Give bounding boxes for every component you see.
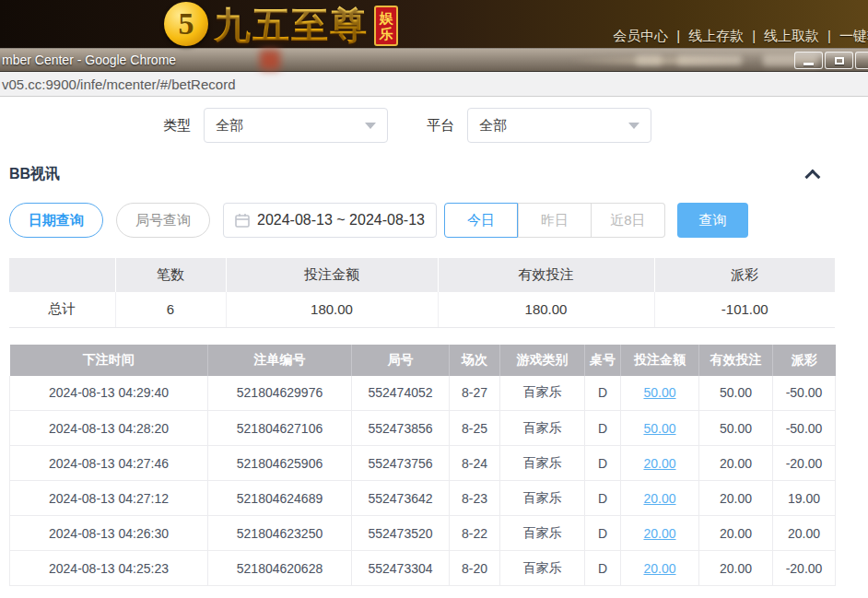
cell: 19.00: [773, 481, 836, 516]
cell: 2024-08-13 04:27:46: [10, 446, 208, 481]
collapse-chevron-up-icon[interactable]: [804, 169, 820, 184]
cell: 百家乐: [500, 446, 585, 481]
type-filter-label: 类型: [163, 117, 191, 135]
cell: 50.00: [621, 376, 699, 411]
cell: 552473304: [352, 551, 450, 586]
detail-column-header: 派彩: [773, 345, 836, 376]
cell: 2024-08-13 04:29:40: [10, 376, 208, 411]
cell: 552473520: [352, 516, 450, 551]
page-content: 类型 全部 平台 全部 BB视讯 日期查询 局号查询 2024-08-13 ~ …: [0, 108, 868, 586]
date-range-value: 2024-08-13 ~ 2024-08-13: [257, 212, 425, 229]
summary-total-value: 180.00: [438, 292, 654, 327]
today-button[interactable]: 今日: [444, 203, 518, 238]
cell: 521804624689: [208, 481, 352, 516]
summary-column-header: 派彩: [654, 258, 835, 292]
cell: 百家乐: [500, 551, 585, 586]
cell: 20.00: [699, 551, 773, 586]
cell: D: [585, 481, 621, 516]
last-8-days-button[interactable]: 近8日: [592, 203, 665, 238]
cell: 8-24: [450, 446, 500, 481]
table-row: 2024-08-13 04:29:40521804629976552474052…: [10, 376, 836, 411]
top-nav: 会员中心|线上存款|线上取款|一键转: [613, 28, 868, 45]
chevron-down-icon: [365, 123, 376, 129]
nav-separator: |: [752, 28, 756, 43]
filter-row: 类型 全部 平台 全部: [9, 108, 859, 143]
nav-one-key-transfer[interactable]: 一键转: [839, 28, 868, 43]
bet-amount-link[interactable]: 20.00: [643, 561, 675, 576]
badge-char: 乐: [380, 26, 393, 41]
summary-total-value: 180.00: [226, 292, 438, 327]
cell: 20.00: [699, 516, 773, 551]
summary-header-row: 笔数投注金额有效投注派彩: [9, 258, 835, 292]
cell: 8-27: [450, 376, 500, 411]
search-button[interactable]: 查询: [677, 203, 748, 238]
table-row: 2024-08-13 04:26:30521804623250552473520…: [10, 516, 836, 551]
cell: 百家乐: [500, 376, 585, 411]
cell: 552473856: [352, 411, 450, 446]
bet-amount-link[interactable]: 20.00: [643, 526, 675, 541]
window-controls: [792, 52, 868, 69]
section-header: BB视讯: [9, 165, 859, 184]
summary-column-header: 投注金额: [226, 258, 438, 292]
cell: 521804629976: [208, 376, 352, 411]
address-bar[interactable]: v05.cc:9900/infe/mcenter/#/betRecord: [0, 72, 868, 97]
logo-coin-icon: 5: [164, 2, 208, 46]
type-select[interactable]: 全部: [204, 108, 388, 143]
bet-amount-link[interactable]: 50.00: [643, 421, 675, 436]
casino-logo: 5 九五至尊 娱 乐: [164, 2, 398, 48]
cell: 2024-08-13 04:26:30: [10, 516, 208, 551]
cell: 2024-08-13 04:27:12: [10, 481, 208, 516]
minimize-button[interactable]: [794, 52, 823, 69]
round-query-button[interactable]: 局号查询: [116, 203, 210, 238]
calendar-icon: [235, 213, 250, 228]
maximize-button[interactable]: [825, 52, 853, 69]
cell: 2024-08-13 04:25:23: [10, 551, 208, 586]
detail-column-header: 下注时间: [10, 345, 208, 376]
cell: 2024-08-13 04:28:20: [10, 411, 208, 446]
cell: 百家乐: [500, 481, 585, 516]
cell: 50.00: [699, 411, 773, 446]
cell: 8-20: [450, 551, 500, 586]
cell: D: [585, 446, 621, 481]
summary-column-header: 笔数: [115, 258, 226, 292]
nav-member-center[interactable]: 会员中心: [613, 28, 668, 43]
badge-char: 娱: [380, 10, 393, 26]
summary-total-row: 总计6180.00180.00-101.00: [9, 292, 835, 327]
table-row: 2024-08-13 04:27:12521804624689552473642…: [10, 481, 836, 516]
bet-record-table: 下注时间注单编号局号场次游戏类别桌号投注金额有效投注派彩 2024-08-13 …: [9, 345, 836, 587]
chevron-down-icon: [628, 123, 639, 129]
minimize-icon: [803, 63, 814, 65]
window-title: mber Center - Google Chrome: [2, 53, 176, 67]
cell: 8-22: [450, 516, 500, 551]
platform-select-value: 全部: [479, 117, 507, 135]
cell: D: [585, 516, 621, 551]
close-button[interactable]: [855, 52, 868, 69]
cell: 20.00: [773, 516, 836, 551]
cell: 521804623250: [208, 516, 352, 551]
summary-table: 笔数投注金额有效投注派彩 总计6180.00180.00-101.00: [9, 258, 835, 328]
cell: -20.00: [773, 446, 836, 481]
nav-online-withdraw[interactable]: 线上取款: [764, 28, 819, 43]
bet-amount-link[interactable]: 20.00: [643, 491, 675, 506]
quick-date-group: 今日 昨日 近8日: [444, 203, 665, 238]
yesterday-button[interactable]: 昨日: [518, 203, 592, 238]
cell: 20.00: [621, 446, 699, 481]
logo-seal-blur: [260, 50, 280, 70]
platform-select[interactable]: 全部: [467, 108, 651, 143]
platform-filter-label: 平台: [427, 117, 454, 135]
cell: 20.00: [621, 551, 699, 586]
cell: 521804620628: [208, 551, 352, 586]
cell: 20.00: [621, 481, 699, 516]
decorative-swirl: [564, 54, 757, 67]
type-select-value: 全部: [216, 117, 243, 135]
query-controls: 日期查询 局号查询 2024-08-13 ~ 2024-08-13 今日 昨日 …: [9, 203, 859, 238]
summary-total-label: 总计: [9, 292, 115, 327]
bet-amount-link[interactable]: 50.00: [643, 385, 675, 400]
date-query-button[interactable]: 日期查询: [9, 203, 103, 238]
cell: 50.00: [699, 376, 773, 411]
maximize-icon: [835, 57, 844, 64]
cell: -50.00: [773, 376, 836, 411]
date-range-input[interactable]: 2024-08-13 ~ 2024-08-13: [223, 203, 437, 238]
nav-online-deposit[interactable]: 线上存款: [688, 28, 744, 43]
bet-amount-link[interactable]: 20.00: [643, 456, 675, 471]
